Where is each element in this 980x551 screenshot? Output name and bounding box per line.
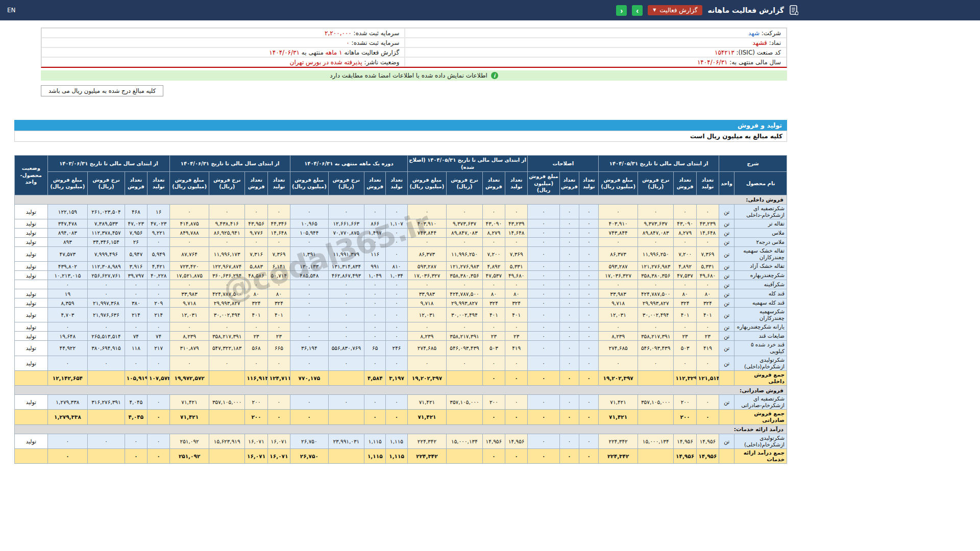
next-report-button[interactable]: ›: [632, 5, 643, 16]
cell-status: [15, 448, 48, 463]
unregistered-capital-label: سرمایه ثبت نشده:: [352, 39, 400, 46]
cell-value: ۰: [599, 237, 638, 246]
cell-value: ۰: [696, 395, 719, 410]
cell-status: تولید: [15, 228, 48, 237]
cell-value: ۰: [482, 204, 505, 219]
header-amount: مبلغ فروش (میلیون ریال): [599, 172, 638, 195]
cell-value: ۰: [528, 289, 559, 298]
cell-value: ۹,۳۷۳,۶۳۷: [447, 219, 483, 228]
cell-status: تولید: [15, 395, 48, 410]
isic-value: ۱۵۴۲۱۳: [715, 49, 734, 56]
cell-value: ۰: [579, 289, 599, 298]
report-period-label: گزارش فعالیت ماهانه: [344, 49, 399, 56]
cell-value: ۲۰۰: [674, 395, 696, 410]
cell-value: ۳۵۸,۲۱۷,۳۹۱: [447, 332, 483, 341]
cell-value: ۱۱۶: [364, 246, 386, 261]
cell-value: ۰: [328, 332, 364, 341]
cell-value: ۰: [559, 332, 579, 341]
cell-value: ۳۵۸,۳۸۰,۳۵۶: [638, 271, 674, 280]
cell-value: ۳۲۴: [267, 298, 290, 308]
cell-value: ۰: [364, 204, 386, 219]
cell-value: ۸۶,۳۷۳: [599, 246, 638, 261]
cell-value: ۰: [386, 322, 407, 332]
table-row: ملاس درجه۲تن۰۰۰۰۰۰۰۰۰۰۰۰۰۰۰۰۰۰۰۰۲۶۳۴,۳۴۶…: [15, 237, 787, 246]
cell-value: ۰: [88, 289, 125, 298]
cell-value: ۶,۱۴۱: [267, 262, 290, 271]
cell-value: ۰: [290, 395, 329, 410]
isic-label: کد صنعت (ISIC):: [736, 49, 781, 56]
cell-unit: تن: [719, 308, 734, 322]
cell-unit: تن: [719, 219, 734, 228]
report-type-dropdown[interactable]: گزارش فعالیت ▼: [648, 5, 702, 15]
cell-unit: تن: [719, 341, 734, 356]
cell-value: ۰: [696, 204, 719, 219]
total-row: جمع درآمد ارائه خدمات۱۴,۹۵۶۱۴,۹۵۶۲۲۴,۳۴۲…: [15, 448, 787, 463]
cell-value: ۷,۹۵۶: [125, 228, 147, 237]
cell-value: ۰: [579, 410, 599, 424]
cell-value: ۳۲۴: [696, 298, 719, 308]
cell-product-name: یارانه شکرچغندربهاره: [734, 322, 787, 332]
cell-value: ۲۷۴,۶۸۵: [599, 341, 638, 356]
cell-value: ۴۳,۰۹۰: [482, 219, 505, 228]
cell-value: ۲۰۰: [245, 395, 267, 410]
report-period-date: ۱۴۰۴/۰۶/۳۱: [269, 49, 300, 56]
prev-report-button[interactable]: ‹: [616, 5, 627, 16]
cell-value: ۳۵۷,۱۰۵,۰۰۰: [209, 395, 245, 410]
cell-value: ۰: [559, 204, 579, 219]
cell-status: تولید: [15, 356, 48, 370]
cell-value: ۲۳: [482, 332, 505, 341]
cell-value: ۰: [290, 356, 329, 370]
cell-value: [447, 370, 483, 385]
table-row: ملاستن۱۴,۶۴۸۸,۲۷۹۸۹,۸۴۷,۰۸۳۷۴۳,۸۴۴۰۰۰۱۴,…: [15, 228, 787, 237]
cell-value: ۹,۷۱۸: [170, 298, 209, 308]
cell-value: ۳۰,۰۰۲,۴۹۴: [638, 308, 674, 322]
table-row: ضایعات قندتن۲۳۲۳۳۵۸,۲۱۷,۳۹۱۸,۲۳۹۰۰۰۲۳۲۳۳…: [15, 332, 787, 341]
header-rate: نرخ فروش (ریال): [447, 172, 483, 195]
company-link[interactable]: شهد: [748, 30, 760, 37]
cell-value: ۰: [290, 410, 329, 424]
report-period-value: ۱ ماهه: [325, 49, 342, 56]
cell-value: ۰: [290, 289, 329, 298]
section-row: درآمد ارائه خدمات:: [15, 424, 787, 434]
cell-value: ۰: [579, 308, 599, 322]
cell-value: ۰: [267, 280, 290, 289]
cell-value: ۸۰: [674, 289, 696, 298]
cell-value: ۰: [528, 219, 559, 228]
language-toggle[interactable]: EN: [7, 7, 16, 14]
cell-value: ۰: [148, 322, 170, 332]
cell-value: ۰: [696, 322, 719, 332]
cell-product-name: تفاله خشک آزاد: [734, 262, 787, 271]
cell-value: ۰: [482, 322, 505, 332]
cell-value: ۵۰۳: [674, 341, 696, 356]
cell-value: [209, 370, 245, 385]
cell-value: ۸۰: [696, 289, 719, 298]
cell-value: ۲۵۶,۶۲۷,۷۶۱: [88, 271, 125, 280]
cell-value: ۰: [267, 395, 290, 410]
cell-value: [447, 410, 483, 424]
header-qty-prod: تعداد تولید: [579, 172, 599, 195]
cell-value: ۱۰,۲۱۳,۰۱۵: [47, 271, 88, 280]
cell-value: ۸۰: [267, 289, 290, 298]
publisher-status-value: پذیرفته شده در بورس تهران: [290, 59, 362, 66]
cell-value: ۰: [674, 322, 696, 332]
cell-value: ۲۲۴,۳۴۲: [407, 448, 447, 463]
cell-value: ۰: [674, 237, 696, 246]
report-period-row: گزارش فعالیت ماهانه ۱ ماهه منتهی به ۱۴۰۴…: [41, 47, 405, 57]
cell-value: ۱۶,۰۷۱: [245, 448, 267, 463]
cell-value: ۱۱,۹۹۱,۳۷۹: [328, 246, 364, 261]
cell-value: ۱۴,۹۵۶: [674, 434, 696, 448]
cell-value: ۵۰,۷۱۴: [267, 271, 290, 280]
header-qty-sold: تعداد فروش: [364, 172, 386, 195]
cell-value: ۰: [125, 448, 147, 463]
cell-product-name: شکرتولیدی ازشکرخام(داخلی): [734, 434, 787, 448]
cell-value: ۰: [482, 410, 505, 424]
cell-value: ۰: [528, 308, 559, 322]
cell-value: ۱۲,۶۶۱,۶۶۳: [328, 219, 364, 228]
cell-value: ۱۰,۹۶۵: [290, 219, 329, 228]
cell-value: ۰: [47, 356, 88, 370]
cell-value: ۰: [674, 280, 696, 289]
cell-value: ۴۲۴,۷۸۷,۵۰۰: [638, 289, 674, 298]
cell-value: ۰: [505, 448, 528, 463]
cell-value: ۰: [559, 434, 579, 448]
cell-value: ۰: [209, 356, 245, 370]
